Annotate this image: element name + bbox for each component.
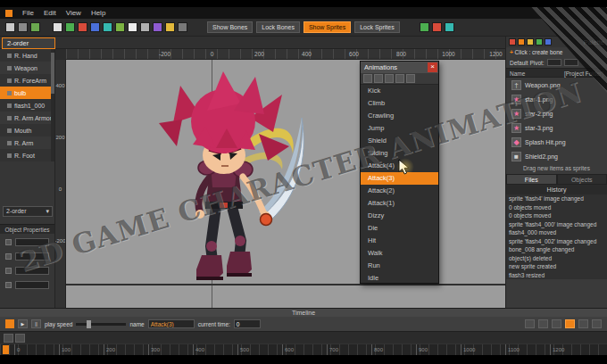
timeline-ruler[interactable]: 0100200300400500600700800900100011001200 [0,343,607,355]
tool-icon[interactable] [30,22,40,32]
current-time-input[interactable]: 0 [234,319,261,328]
history-item[interactable]: flash3 resized [506,271,607,280]
timeline-tool-button[interactable] [525,319,535,328]
palette-color-swatch[interactable] [545,38,552,46]
file-item[interactable]: ★ star-2.png [506,106,607,120]
property-input[interactable] [15,281,49,289]
menu-item[interactable]: File [22,9,34,17]
tool-icon[interactable] [115,22,125,32]
playhead-marker[interactable] [3,345,9,354]
play-speed-slider[interactable] [76,323,126,326]
duplicate-animation-button[interactable] [374,74,383,83]
animation-item[interactable]: Attack(4) [361,160,438,172]
tool-icon[interactable] [5,22,15,32]
file-item[interactable]: ■ Shield2.png [506,149,607,163]
animation-item[interactable]: Attack(2) [361,185,438,197]
animation-name-input[interactable]: Attack(3) [148,319,195,328]
pivot-x-input[interactable] [547,59,561,66]
timeline-track[interactable] [0,331,607,343]
history-item[interactable]: 0 objects moved [506,203,607,212]
animation-item[interactable]: Kick [361,85,438,97]
tool-icon[interactable] [178,22,187,32]
history-item[interactable]: sprite 'flash4_000' image changed [506,220,607,229]
tool-icon[interactable] [445,22,454,32]
delete-animation-button[interactable] [395,74,404,83]
history-item[interactable]: new sprite created [506,262,607,271]
scrollbar-thumb[interactable] [51,53,54,94]
menu-item[interactable]: View [66,9,81,17]
scrollbar-track[interactable] [51,49,54,161]
history-item[interactable]: bone_008 angle changed [506,245,607,254]
property-input[interactable] [15,267,49,275]
z-order-item[interactable]: R. ForeArm [0,74,54,87]
palette-color-swatch[interactable] [518,38,525,46]
file-panel-tab[interactable]: Files [506,174,557,185]
character-sprite[interactable] [141,67,320,304]
property-input[interactable] [15,238,49,246]
animation-item[interactable]: Walk [361,247,438,260]
menu-item[interactable]: Edit [44,9,56,17]
z-order-item[interactable]: flash1_000 [0,99,54,112]
tool-icon[interactable] [165,22,175,32]
toolbar-toggle-button[interactable]: Show Bones [207,21,253,33]
play-button[interactable]: ▶ [18,319,28,328]
property-input[interactable] [15,252,49,261]
animation-item[interactable]: Idle [361,272,438,285]
tool-icon[interactable] [53,22,62,32]
animation-item[interactable]: Attack(3) [361,172,438,185]
z-order-item[interactable]: Mouth [0,124,54,136]
history-item[interactable]: sprite 'flash4_002' image changed [506,237,607,246]
tool-icon[interactable] [18,22,28,32]
file-item[interactable]: ★ star-1.png [506,92,607,106]
tool-icon[interactable] [153,22,162,32]
palette-color-swatch[interactable] [509,38,516,46]
pause-button[interactable]: || [31,319,41,328]
palette-color-swatch[interactable] [536,38,543,46]
palette-color-swatch[interactable] [527,38,534,46]
animation-item[interactable]: Attack(1) [361,197,438,210]
tool-icon[interactable] [128,22,137,32]
toolbar-toggle-button[interactable]: Lock Sprites [354,21,400,33]
animation-item[interactable]: Dizzy [361,210,438,222]
add-animation-button[interactable] [363,74,372,83]
tool-icon[interactable] [78,22,87,32]
history-item[interactable]: flash4_000 moved [506,228,607,237]
animation-item[interactable]: Crawling [361,110,438,122]
animation-settings-button[interactable] [406,74,415,83]
timeline-tool-button[interactable] [552,319,561,328]
pivot-y-input[interactable] [564,59,578,66]
prev-frame-button[interactable] [4,334,13,343]
animation-item[interactable]: Sliding [361,147,438,160]
next-frame-button[interactable] [15,334,25,343]
animation-item[interactable]: Die [361,222,438,235]
timeline-tool-button[interactable] [538,319,548,328]
animation-item[interactable]: Shield [361,135,438,147]
history-item[interactable]: 0 objects moved [506,211,607,220]
rename-animation-button[interactable] [385,74,394,83]
tool-icon[interactable] [140,22,150,32]
tool-icon[interactable] [432,22,442,32]
z-order-item[interactable]: Weapon [0,62,54,74]
timeline-tool-button-active[interactable] [565,319,575,328]
tool-icon[interactable] [420,22,429,32]
slider-handle[interactable] [87,320,91,328]
z-order-item[interactable]: R. Foot [0,149,54,161]
z-order-item[interactable]: bulb [0,87,54,99]
animation-item[interactable]: Hit [361,235,438,247]
history-item[interactable]: object(s) deleted [506,254,607,263]
keyframe-button[interactable] [5,319,14,328]
file-item[interactable]: ◆ Splash Hit.png [506,135,607,149]
z-order-item[interactable]: R. Arm [0,136,54,149]
toolbar-toggle-button[interactable]: Show Sprites [304,21,351,33]
close-icon[interactable]: × [428,62,437,72]
animation-item[interactable]: Run [361,260,438,272]
tool-icon[interactable] [90,22,100,32]
animations-panel-titlebar[interactable]: Animations × [361,62,438,73]
file-panel-tab[interactable]: Objects [557,174,607,185]
animation-item[interactable]: Jump [361,122,438,135]
menu-item[interactable]: Help [91,9,105,17]
timeline-tool-button[interactable] [592,319,602,328]
z-order-mode-dropdown[interactable]: 2-order ▾ [3,206,53,217]
tab-z-order[interactable]: 2-order [2,37,55,49]
z-order-item[interactable]: R. Arm Armor [0,112,54,124]
